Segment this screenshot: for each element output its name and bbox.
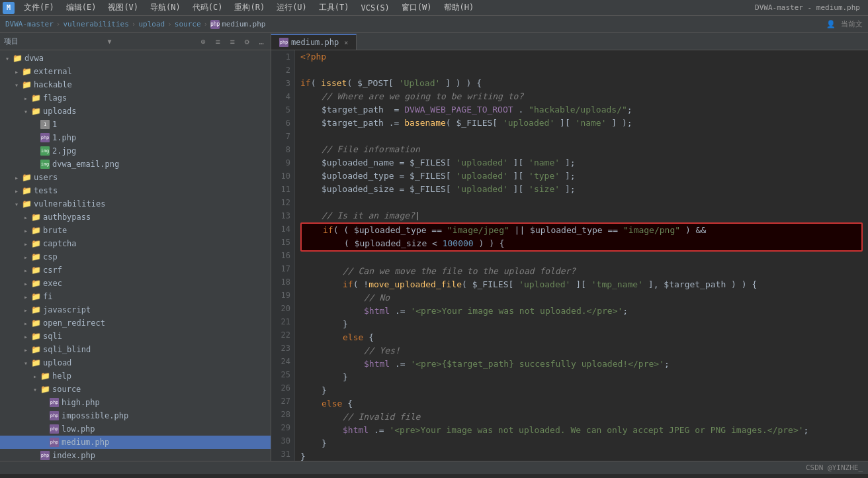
tree-item-index-php[interactable]: php index.php bbox=[0, 449, 271, 461]
menu-view[interactable]: 视图(V) bbox=[103, 1, 144, 15]
tree-item-2jpg[interactable]: img 2.jpg bbox=[0, 144, 271, 158]
menu-vcs[interactable]: VCS(S) bbox=[356, 2, 395, 14]
tree-label-flags: flags bbox=[43, 93, 67, 103]
menu-refactor[interactable]: 重构(R) bbox=[229, 1, 270, 15]
code-line-12 bbox=[300, 196, 863, 209]
tree-item-hackable[interactable]: ▾ 📁 hackable bbox=[0, 78, 271, 91]
tree-item-fi[interactable]: ▸ 📁 fi bbox=[0, 290, 271, 303]
sidebar-settings-icon[interactable]: ⚙ bbox=[241, 36, 252, 47]
tree-item-brute[interactable]: ▸ 📁 brute bbox=[0, 224, 271, 237]
code-line-13: // Is it an image?| bbox=[300, 209, 863, 222]
tree-arrow-captcha: ▸ bbox=[21, 240, 30, 248]
tree-label-external: external bbox=[34, 67, 72, 76]
tree-item-upload[interactable]: ▾ 📁 upload bbox=[0, 356, 271, 369]
line-num-5: 5 bbox=[275, 103, 290, 117]
tree-arrow-authbypass: ▸ bbox=[21, 214, 30, 221]
tab-close-button[interactable]: × bbox=[344, 39, 348, 46]
folder-icon-authbypass: 📁 bbox=[30, 212, 41, 222]
line-num-31: 31 bbox=[275, 448, 290, 461]
tree-item-low-php[interactable]: php low.php bbox=[0, 422, 271, 436]
breadcrumb-root[interactable]: DVWA-master bbox=[5, 20, 54, 28]
tree-item-captcha[interactable]: ▸ 📁 captcha bbox=[0, 237, 271, 250]
tree-arrow-dvwa: ▾ bbox=[3, 55, 12, 62]
sidebar-sync-icon[interactable]: ⊕ bbox=[198, 36, 208, 47]
line-num-22: 22 bbox=[275, 328, 290, 342]
line-num-2: 2 bbox=[275, 64, 290, 77]
breadcrumb-upload[interactable]: upload bbox=[138, 20, 165, 28]
sidebar-dropdown-icon[interactable]: ▼ bbox=[107, 38, 111, 45]
tree-item-javascript[interactable]: ▸ 📁 javascript bbox=[0, 303, 271, 316]
menu-file[interactable]: 文件(F) bbox=[19, 1, 60, 15]
php-file-icon-index: php bbox=[40, 450, 50, 461]
tree-item-csrf[interactable]: ▸ 📁 csrf bbox=[0, 263, 271, 277]
tree-arrow-sqli: ▸ bbox=[21, 333, 30, 340]
tree-item-impossible-php[interactable]: php impossible.php bbox=[0, 409, 271, 422]
code-line-30: } bbox=[300, 437, 863, 450]
tree-item-sqli[interactable]: ▸ 📁 sqli bbox=[0, 330, 271, 343]
tree-item-authbypass[interactable]: ▸ 📁 authbypass bbox=[0, 211, 271, 224]
tree-item-exec[interactable]: ▸ 📁 exec bbox=[0, 277, 271, 290]
line-num-1: 1 bbox=[275, 50, 290, 64]
php-file-icon-high: php bbox=[49, 397, 60, 408]
code-line-7 bbox=[300, 130, 863, 143]
line-num-9: 9 bbox=[275, 156, 290, 169]
tree-item-uploads[interactable]: ▾ 📁 uploads bbox=[0, 105, 271, 118]
tree-item-1php[interactable]: php 1.php bbox=[0, 131, 271, 144]
tree-arrow-javascript: ▸ bbox=[21, 307, 30, 314]
folder-icon-dvwa: 📁 bbox=[12, 53, 22, 64]
code-line-20: $html .= '<pre>Your image was not upload… bbox=[300, 305, 863, 318]
tree-item-flags[interactable]: ▸ 📁 flags bbox=[0, 91, 271, 105]
menu-run[interactable]: 运行(U) bbox=[271, 1, 312, 15]
code-line-2 bbox=[300, 64, 863, 77]
status-text: CSDN @YINZHE_ bbox=[806, 463, 863, 472]
tree-item-open-redirect[interactable]: ▸ 📁 open_redirect bbox=[0, 316, 271, 330]
tree-item-dvwaemail[interactable]: img dvwa_email.png bbox=[0, 158, 271, 171]
tree-label-open-redirect: open_redirect bbox=[43, 318, 105, 328]
tree-item-file1[interactable]: 1 1 bbox=[0, 118, 271, 131]
folder-icon-sqli: 📁 bbox=[30, 331, 41, 342]
code-line-15: ( $uploaded_size < 100000 ) ) { bbox=[302, 237, 861, 250]
php-file-icon-1php: php bbox=[40, 132, 50, 143]
tree-item-help[interactable]: ▸ 📁 help bbox=[0, 369, 271, 383]
code-line-26: } bbox=[300, 384, 863, 397]
tree-arrow-upload: ▾ bbox=[21, 359, 30, 367]
breadcrumb-sep-1: › bbox=[56, 20, 61, 28]
folder-icon-fi: 📁 bbox=[30, 291, 41, 302]
user-icon[interactable]: 👤 bbox=[826, 20, 836, 28]
menu-tools[interactable]: 工具(T) bbox=[314, 1, 355, 15]
menu-code[interactable]: 代码(C) bbox=[187, 1, 228, 15]
menu-navigate[interactable]: 导航(N) bbox=[145, 1, 186, 15]
menu-edit[interactable]: 编辑(E) bbox=[61, 1, 102, 15]
tree-item-sqli-blind[interactable]: ▸ 📁 sqli_blind bbox=[0, 343, 271, 356]
line-num-4: 4 bbox=[275, 90, 290, 103]
breadcrumb-source[interactable]: source bbox=[175, 20, 201, 28]
tree-item-dvwa[interactable]: ▾ 📁 dvwa bbox=[0, 52, 271, 65]
folder-icon-uploads: 📁 bbox=[30, 106, 41, 117]
tree-item-vulnerabilities[interactable]: ▾ 📁 vulnerabilities bbox=[0, 197, 271, 211]
tree-item-medium-php[interactable]: php medium.php bbox=[0, 436, 271, 449]
tree-item-external[interactable]: ▸ 📁 external bbox=[0, 65, 271, 78]
code-line-11: $uploaded_size = $_FILES[ 'uploaded' ][ … bbox=[300, 183, 863, 196]
sidebar-expand-icon[interactable]: ≡ bbox=[227, 36, 238, 47]
tree-item-source[interactable]: ▾ 📁 source bbox=[0, 383, 271, 396]
sidebar-more-icon[interactable]: … bbox=[256, 36, 267, 47]
tree-item-users[interactable]: ▸ 📁 users bbox=[0, 171, 271, 184]
code-line-29: $html .= '<pre>Your image was not upload… bbox=[300, 424, 863, 437]
menu-help[interactable]: 帮助(H) bbox=[439, 1, 480, 15]
tree-item-high-php[interactable]: php high.php bbox=[0, 396, 271, 409]
menu-window[interactable]: 窗口(W) bbox=[396, 1, 437, 15]
folder-icon-javascript: 📁 bbox=[30, 305, 41, 315]
sidebar-collapse-icon[interactable]: ≡ bbox=[212, 36, 223, 47]
window-title: DVWA-master - medium.php bbox=[755, 3, 865, 12]
breadcrumb-sep-2: › bbox=[132, 20, 136, 28]
code-editor[interactable]: 1 2 3 4 5 6 7 8 9 10 11 12 13 14 15 16 1 bbox=[271, 50, 868, 461]
file-tree: ▾ 📁 dvwa ▸ 📁 external ▾ 📁 hackable bbox=[0, 50, 271, 461]
breadcrumb-vulnerabilities[interactable]: vulnerabilities bbox=[63, 20, 128, 28]
sidebar-title: 项目 bbox=[4, 36, 19, 46]
tree-label-impossible-php: impossible.php bbox=[62, 411, 128, 420]
tree-label-sqli-blind: sqli_blind bbox=[43, 345, 91, 354]
line-num-23: 23 bbox=[275, 342, 290, 355]
tree-item-tests[interactable]: ▸ 📁 tests bbox=[0, 184, 271, 197]
tab-medium-php[interactable]: php medium.php × bbox=[271, 34, 357, 50]
tree-item-csp[interactable]: ▸ 📁 csp bbox=[0, 250, 271, 263]
